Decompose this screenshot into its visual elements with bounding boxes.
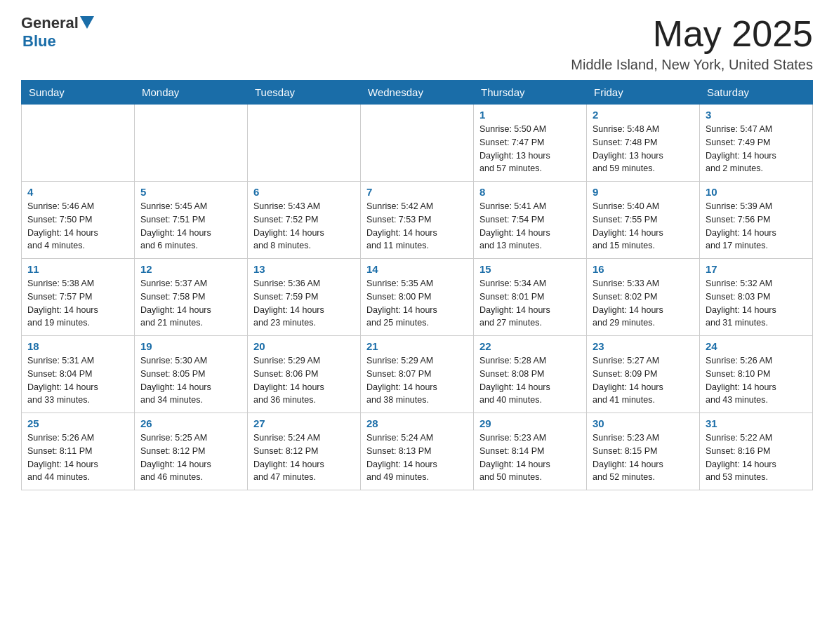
day-info: Sunrise: 5:40 AM Sunset: 7:55 PM Dayligh… [593, 200, 694, 253]
day-info: Sunrise: 5:29 AM Sunset: 8:07 PM Dayligh… [366, 354, 468, 407]
day-info: Sunrise: 5:25 AM Sunset: 8:12 PM Dayligh… [140, 431, 241, 484]
day-number: 29 [479, 417, 581, 429]
day-number: 15 [479, 263, 581, 275]
day-number: 3 [706, 109, 807, 121]
day-number: 9 [593, 186, 694, 198]
calendar-header-sunday: Sunday [22, 81, 135, 105]
day-number: 25 [27, 417, 128, 429]
location-title: Middle Island, New York, United States [571, 57, 813, 73]
calendar-header-wednesday: Wednesday [361, 81, 474, 105]
day-info: Sunrise: 5:42 AM Sunset: 7:53 PM Dayligh… [366, 200, 468, 253]
day-info: Sunrise: 5:33 AM Sunset: 8:02 PM Dayligh… [593, 277, 694, 330]
day-info: Sunrise: 5:50 AM Sunset: 7:47 PM Dayligh… [479, 123, 581, 175]
day-info: Sunrise: 5:28 AM Sunset: 8:08 PM Dayligh… [479, 354, 581, 407]
day-info: Sunrise: 5:41 AM Sunset: 7:54 PM Dayligh… [479, 200, 581, 253]
calendar-cell: 16Sunrise: 5:33 AM Sunset: 8:02 PM Dayli… [587, 259, 700, 336]
day-info: Sunrise: 5:34 AM Sunset: 8:01 PM Dayligh… [479, 277, 581, 330]
calendar-cell: 15Sunrise: 5:34 AM Sunset: 8:01 PM Dayli… [474, 259, 587, 336]
calendar-cell [248, 105, 361, 182]
day-info: Sunrise: 5:43 AM Sunset: 7:52 PM Dayligh… [253, 200, 355, 253]
calendar-cell: 17Sunrise: 5:32 AM Sunset: 8:03 PM Dayli… [700, 259, 813, 336]
day-info: Sunrise: 5:45 AM Sunset: 7:51 PM Dayligh… [140, 200, 241, 253]
calendar-cell: 29Sunrise: 5:23 AM Sunset: 8:14 PM Dayli… [474, 413, 587, 490]
day-number: 13 [253, 263, 355, 275]
page-header: General Blue May 2025 Middle Island, New… [21, 14, 813, 73]
day-info: Sunrise: 5:22 AM Sunset: 8:16 PM Dayligh… [706, 431, 807, 484]
logo-text-blue: Blue [22, 32, 56, 50]
logo-triangle-icon [80, 16, 94, 32]
day-number: 4 [27, 186, 128, 198]
calendar-cell: 21Sunrise: 5:29 AM Sunset: 8:07 PM Dayli… [361, 336, 474, 413]
day-info: Sunrise: 5:46 AM Sunset: 7:50 PM Dayligh… [27, 200, 128, 253]
day-info: Sunrise: 5:23 AM Sunset: 8:14 PM Dayligh… [479, 431, 581, 484]
calendar-cell: 30Sunrise: 5:23 AM Sunset: 8:15 PM Dayli… [587, 413, 700, 490]
calendar-cell: 4Sunrise: 5:46 AM Sunset: 7:50 PM Daylig… [22, 182, 135, 259]
day-info: Sunrise: 5:35 AM Sunset: 8:00 PM Dayligh… [366, 277, 468, 330]
calendar-header-friday: Friday [587, 81, 700, 105]
logo: General Blue [21, 14, 94, 51]
calendar-header-tuesday: Tuesday [248, 81, 361, 105]
day-info: Sunrise: 5:27 AM Sunset: 8:09 PM Dayligh… [593, 354, 694, 407]
calendar-cell: 12Sunrise: 5:37 AM Sunset: 7:58 PM Dayli… [135, 259, 248, 336]
logo-icon: General Blue [21, 14, 94, 51]
calendar-cell: 18Sunrise: 5:31 AM Sunset: 8:04 PM Dayli… [22, 336, 135, 413]
calendar-cell: 19Sunrise: 5:30 AM Sunset: 8:05 PM Dayli… [135, 336, 248, 413]
calendar-header-monday: Monday [135, 81, 248, 105]
calendar-week-row: 11Sunrise: 5:38 AM Sunset: 7:57 PM Dayli… [22, 259, 813, 336]
day-number: 24 [706, 340, 807, 352]
day-number: 7 [366, 186, 468, 198]
calendar-cell: 27Sunrise: 5:24 AM Sunset: 8:12 PM Dayli… [248, 413, 361, 490]
day-info: Sunrise: 5:38 AM Sunset: 7:57 PM Dayligh… [27, 277, 128, 330]
svg-marker-0 [80, 16, 94, 29]
day-info: Sunrise: 5:37 AM Sunset: 7:58 PM Dayligh… [140, 277, 241, 330]
calendar-cell: 22Sunrise: 5:28 AM Sunset: 8:08 PM Dayli… [474, 336, 587, 413]
calendar-week-row: 18Sunrise: 5:31 AM Sunset: 8:04 PM Dayli… [22, 336, 813, 413]
day-number: 5 [140, 186, 241, 198]
calendar-cell: 2Sunrise: 5:48 AM Sunset: 7:48 PM Daylig… [587, 105, 700, 182]
day-number: 27 [253, 417, 355, 429]
day-info: Sunrise: 5:26 AM Sunset: 8:10 PM Dayligh… [706, 354, 807, 407]
calendar-cell: 26Sunrise: 5:25 AM Sunset: 8:12 PM Dayli… [135, 413, 248, 490]
title-area: May 2025 Middle Island, New York, United… [571, 14, 813, 73]
day-number: 19 [140, 340, 241, 352]
calendar-cell: 31Sunrise: 5:22 AM Sunset: 8:16 PM Dayli… [700, 413, 813, 490]
calendar-cell: 25Sunrise: 5:26 AM Sunset: 8:11 PM Dayli… [22, 413, 135, 490]
day-number: 21 [366, 340, 468, 352]
calendar-cell: 3Sunrise: 5:47 AM Sunset: 7:49 PM Daylig… [700, 105, 813, 182]
month-title: May 2025 [571, 14, 813, 54]
calendar-cell: 1Sunrise: 5:50 AM Sunset: 7:47 PM Daylig… [474, 105, 587, 182]
calendar-cell: 20Sunrise: 5:29 AM Sunset: 8:06 PM Dayli… [248, 336, 361, 413]
day-info: Sunrise: 5:29 AM Sunset: 8:06 PM Dayligh… [253, 354, 355, 407]
day-number: 10 [706, 186, 807, 198]
day-number: 14 [366, 263, 468, 275]
calendar-cell: 10Sunrise: 5:39 AM Sunset: 7:56 PM Dayli… [700, 182, 813, 259]
calendar-cell: 24Sunrise: 5:26 AM Sunset: 8:10 PM Dayli… [700, 336, 813, 413]
day-info: Sunrise: 5:48 AM Sunset: 7:48 PM Dayligh… [593, 123, 694, 175]
calendar-cell [135, 105, 248, 182]
calendar-cell: 13Sunrise: 5:36 AM Sunset: 7:59 PM Dayli… [248, 259, 361, 336]
day-info: Sunrise: 5:26 AM Sunset: 8:11 PM Dayligh… [27, 431, 128, 484]
day-info: Sunrise: 5:39 AM Sunset: 7:56 PM Dayligh… [706, 200, 807, 253]
day-info: Sunrise: 5:23 AM Sunset: 8:15 PM Dayligh… [593, 431, 694, 484]
calendar-cell: 11Sunrise: 5:38 AM Sunset: 7:57 PM Dayli… [22, 259, 135, 336]
calendar-cell: 28Sunrise: 5:24 AM Sunset: 8:13 PM Dayli… [361, 413, 474, 490]
day-info: Sunrise: 5:36 AM Sunset: 7:59 PM Dayligh… [253, 277, 355, 330]
day-number: 18 [27, 340, 128, 352]
day-number: 11 [27, 263, 128, 275]
calendar-cell: 7Sunrise: 5:42 AM Sunset: 7:53 PM Daylig… [361, 182, 474, 259]
day-number: 26 [140, 417, 241, 429]
calendar-table: SundayMondayTuesdayWednesdayThursdayFrid… [21, 80, 813, 490]
day-number: 30 [593, 417, 694, 429]
calendar-cell: 8Sunrise: 5:41 AM Sunset: 7:54 PM Daylig… [474, 182, 587, 259]
day-info: Sunrise: 5:30 AM Sunset: 8:05 PM Dayligh… [140, 354, 241, 407]
day-info: Sunrise: 5:24 AM Sunset: 8:12 PM Dayligh… [253, 431, 355, 484]
day-number: 22 [479, 340, 581, 352]
day-number: 31 [706, 417, 807, 429]
calendar-week-row: 1Sunrise: 5:50 AM Sunset: 7:47 PM Daylig… [22, 105, 813, 182]
day-info: Sunrise: 5:31 AM Sunset: 8:04 PM Dayligh… [27, 354, 128, 407]
calendar-header-row: SundayMondayTuesdayWednesdayThursdayFrid… [22, 81, 813, 105]
day-number: 23 [593, 340, 694, 352]
calendar-week-row: 4Sunrise: 5:46 AM Sunset: 7:50 PM Daylig… [22, 182, 813, 259]
calendar-cell: 23Sunrise: 5:27 AM Sunset: 8:09 PM Dayli… [587, 336, 700, 413]
calendar-header-thursday: Thursday [474, 81, 587, 105]
